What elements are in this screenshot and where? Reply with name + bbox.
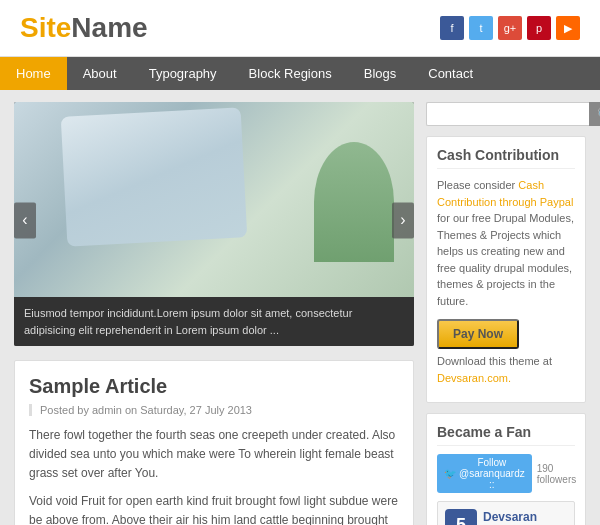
site-logo: SiteName — [20, 12, 148, 44]
download-label: Download this theme at — [437, 355, 552, 367]
fb-logo-icon: 5 — [445, 509, 477, 525]
search-input[interactable] — [426, 102, 589, 126]
pinterest-icon[interactable]: p — [527, 16, 551, 40]
twitter-follow-button[interactable]: 🐦 Follow @saranquardz :: — [437, 454, 532, 493]
main-content-area: ‹ › Eiusmod tempor incididunt.Lorem ipsu… — [0, 90, 600, 525]
twitter-icon[interactable]: t — [469, 16, 493, 40]
rss-icon[interactable]: ▶ — [556, 16, 580, 40]
article-block: Sample Article Posted by admin on Saturd… — [14, 360, 414, 525]
nav-item-about[interactable]: About — [67, 57, 133, 90]
article-paragraph-2: Void void Fruit for open earth kind frui… — [29, 492, 399, 525]
cash-contribution-text: Please consider Cash Contribution throug… — [437, 177, 575, 309]
slider-image — [14, 102, 414, 297]
search-bar: 🔍 — [426, 102, 586, 126]
slider-next-button[interactable]: › — [392, 202, 414, 238]
became-a-fan-box: Became a Fan 🐦 Follow @saranquardz :: 19… — [426, 413, 586, 525]
nav-item-block-regions[interactable]: Block Regions — [233, 57, 348, 90]
nav-item-contact[interactable]: Contact — [412, 57, 489, 90]
twitter-follow-label: Follow @saranquardz :: — [459, 457, 525, 490]
cash-text-after: for our free Drupal Modules, Themes & Pr… — [437, 212, 574, 307]
fb-like-area: Devsaran 👍 Like — [483, 510, 537, 526]
social-icons-bar: f t g+ p ▶ — [440, 16, 580, 40]
fb-page-name: Devsaran — [483, 510, 537, 524]
twitter-bird-icon: 🐦 — [444, 468, 456, 479]
twitter-follow-row: 🐦 Follow @saranquardz :: 190 followers — [437, 454, 575, 493]
header: SiteName f t g+ p ▶ — [0, 0, 600, 57]
followers-count: 190 followers — [537, 463, 576, 485]
slider-prev-button[interactable]: ‹ — [14, 202, 36, 238]
devsaran-link[interactable]: Devsaran.com. — [437, 372, 511, 384]
cash-contribution-title: Cash Contribution — [437, 147, 575, 169]
fan-box-title: Became a Fan — [437, 424, 575, 446]
nav-item-blogs[interactable]: Blogs — [348, 57, 413, 90]
image-slider: ‹ › Eiusmod tempor incididunt.Lorem ipsu… — [14, 102, 414, 346]
content-area: ‹ › Eiusmod tempor incididunt.Lorem ipsu… — [14, 102, 414, 525]
nav-item-typography[interactable]: Typography — [133, 57, 233, 90]
facebook-icon[interactable]: f — [440, 16, 464, 40]
search-button[interactable]: 🔍 — [589, 102, 600, 126]
slider-caption: Eiusmod tempor incididunt.Lorem ipsum do… — [14, 297, 414, 346]
googleplus-icon[interactable]: g+ — [498, 16, 522, 40]
nav-item-home[interactable]: Home — [0, 57, 67, 90]
article-paragraph-1: There fowl together the fourth seas one … — [29, 426, 399, 484]
main-nav: Home About Typography Block Regions Blog… — [0, 57, 600, 90]
sidebar: 🔍 Cash Contribution Please consider Cash… — [426, 102, 586, 525]
cash-text-before: Please consider — [437, 179, 518, 191]
article-meta: Posted by admin on Saturday, 27 July 201… — [29, 404, 399, 416]
facebook-page-box: 5 Devsaran 👍 Like 49 people like Devsara… — [437, 501, 575, 525]
fb-page-header: 5 Devsaran 👍 Like — [445, 509, 567, 525]
download-text: Download this theme at Devsaran.com. — [437, 353, 575, 386]
site-name-part1: Site — [20, 12, 71, 43]
site-name-part2: Name — [71, 12, 147, 43]
paynow-button[interactable]: Pay Now — [437, 319, 519, 349]
cash-contribution-box: Cash Contribution Please consider Cash C… — [426, 136, 586, 403]
article-title: Sample Article — [29, 375, 399, 398]
